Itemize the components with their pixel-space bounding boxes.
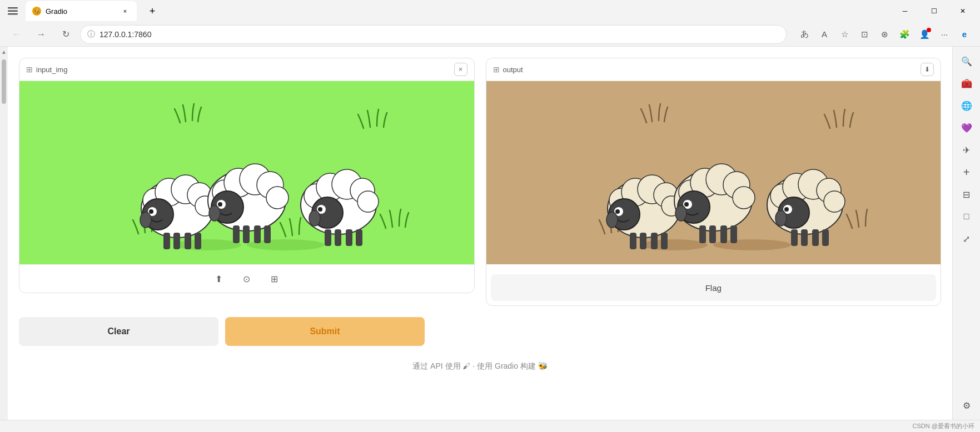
svg-rect-44 (325, 229, 331, 246)
browser-tab[interactable]: 🐝 Gradio × (26, 1, 137, 21)
svg-point-88 (775, 210, 787, 226)
svg-rect-31 (243, 225, 250, 243)
input-image-toolbar: ⬆ ⊙ ⊞ (19, 264, 474, 293)
footer-api-text: 通过 API 使用 (412, 361, 460, 370)
sidebar-settings-icon[interactable]: ⚙ (957, 395, 977, 415)
svg-point-87 (784, 207, 789, 212)
submit-button[interactable]: Submit (225, 317, 425, 346)
refresh-button[interactable]: ↻ (56, 24, 76, 44)
svg-point-28 (218, 202, 222, 207)
tab-favicon: 🐝 (32, 7, 41, 16)
svg-point-14 (149, 209, 153, 214)
svg-point-29 (209, 205, 220, 221)
sidebar-window-icon[interactable]: □ (957, 207, 977, 227)
back-button[interactable]: ← (7, 24, 27, 44)
input-panel: ⊞ input_img × (19, 58, 475, 293)
svg-rect-16 (163, 233, 170, 249)
output-panel-icon: ⊞ (493, 65, 500, 74)
svg-rect-90 (801, 229, 808, 246)
extensions-icon[interactable]: 🧩 (896, 26, 913, 43)
svg-point-39 (357, 191, 379, 212)
maximize-button[interactable]: ☐ (921, 3, 947, 19)
webcam-button[interactable]: ⊙ (238, 270, 255, 287)
browser-menu-icon[interactable] (4, 3, 21, 19)
output-image-svg (541, 84, 886, 262)
minimize-button[interactable]: ─ (892, 3, 918, 19)
sidebar-tools-icon[interactable]: 🧰 (957, 73, 977, 93)
svg-rect-78 (730, 225, 737, 243)
svg-rect-18 (185, 233, 191, 249)
sidebar-expand-icon[interactable]: ⤢ (957, 229, 977, 249)
output-image-area (486, 81, 941, 264)
upload-button[interactable]: ⬆ (211, 270, 227, 287)
output-panel: ⊞ output ⬇ (486, 58, 942, 306)
footer-separator: · (472, 361, 475, 370)
tab-title: Gradio (46, 7, 67, 16)
svg-rect-2 (8, 13, 18, 15)
svg-point-84 (824, 191, 845, 212)
output-panel-header: ⊞ output ⬇ (486, 58, 941, 81)
input-image-area (19, 81, 474, 264)
svg-rect-62 (640, 233, 646, 249)
svg-rect-47 (356, 229, 362, 246)
flag-button[interactable]: Flag (491, 274, 937, 301)
svg-rect-19 (195, 233, 201, 249)
favorite-icon[interactable]: ☆ (835, 26, 853, 43)
svg-point-74 (675, 205, 687, 221)
edge-icon[interactable]: e (956, 26, 973, 43)
nav-icons: あ A ☆ ⊡ ⊛ 🧩 👤 ··· e (795, 26, 973, 43)
sidebar-copilot-icon[interactable]: 💜 (957, 118, 977, 138)
reader-icon[interactable]: A (815, 26, 833, 43)
more-options-icon[interactable]: ··· (936, 26, 953, 43)
svg-rect-64 (661, 233, 668, 249)
sidebar-browser-icon[interactable]: 🌐 (957, 96, 977, 115)
download-button[interactable]: ⬇ (921, 63, 934, 76)
svg-point-42 (318, 207, 322, 212)
address-text: 127.0.0.1:7860 (100, 30, 151, 39)
svg-point-43 (309, 210, 320, 226)
clipboard-button[interactable]: ⊞ (266, 270, 283, 287)
clear-button[interactable]: Clear (19, 317, 218, 346)
nav-bar: ← → ↻ ⓘ 127.0.0.1:7860 あ A ☆ ⊡ ⊛ 🧩 👤 ···… (0, 22, 980, 47)
svg-rect-33 (264, 225, 271, 243)
scrollbar[interactable]: ▲ (0, 47, 8, 420)
svg-rect-91 (812, 229, 819, 246)
sidebar-capture-icon[interactable]: ⊟ (957, 184, 977, 204)
svg-point-73 (684, 202, 689, 207)
svg-rect-61 (630, 233, 636, 249)
sidebar-add-icon[interactable]: + (957, 162, 977, 182)
output-flag-area: Flag (486, 264, 941, 305)
tab-close-button[interactable]: × (120, 6, 130, 16)
svg-point-15 (140, 212, 151, 228)
svg-rect-63 (651, 233, 658, 249)
input-image-svg (74, 84, 419, 262)
collections-icon[interactable]: ⊛ (875, 26, 893, 43)
browser-body: ▲ ⊞ input_img × (0, 47, 980, 420)
forward-button[interactable]: → (31, 24, 51, 44)
svg-point-70 (733, 187, 755, 209)
input-close-button[interactable]: × (454, 63, 467, 76)
address-bar[interactable]: ⓘ 127.0.0.1:7860 (80, 25, 787, 44)
split-view-icon[interactable]: ⊡ (855, 26, 873, 43)
svg-rect-32 (254, 225, 261, 243)
svg-rect-17 (173, 233, 180, 249)
sidebar-share-icon[interactable]: ✈ (957, 140, 977, 160)
svg-rect-75 (699, 225, 706, 243)
input-panel-label: input_img (36, 66, 67, 74)
status-text: CSDN @爱看书的小环 (913, 422, 974, 430)
main-content: ⊞ input_img × (8, 47, 952, 420)
sidebar-search-icon[interactable]: 🔍 (957, 51, 977, 71)
svg-point-60 (606, 212, 618, 228)
svg-point-25 (266, 187, 288, 209)
svg-rect-46 (346, 229, 352, 246)
close-button[interactable]: ✕ (950, 3, 976, 19)
profile-icon[interactable]: 👤 (916, 26, 933, 43)
gradio-panels: ⊞ input_img × (19, 58, 941, 306)
svg-rect-30 (233, 225, 240, 243)
svg-rect-1 (8, 11, 18, 12)
footer: 通过 API 使用 🖌 · 使用 Gradio 构建 🐝 (19, 357, 941, 376)
output-panel-label: output (503, 66, 523, 74)
translate-icon[interactable]: あ (795, 26, 813, 43)
input-panel-header: ⊞ input_img × (19, 58, 474, 81)
new-tab-button[interactable]: + (143, 3, 161, 19)
